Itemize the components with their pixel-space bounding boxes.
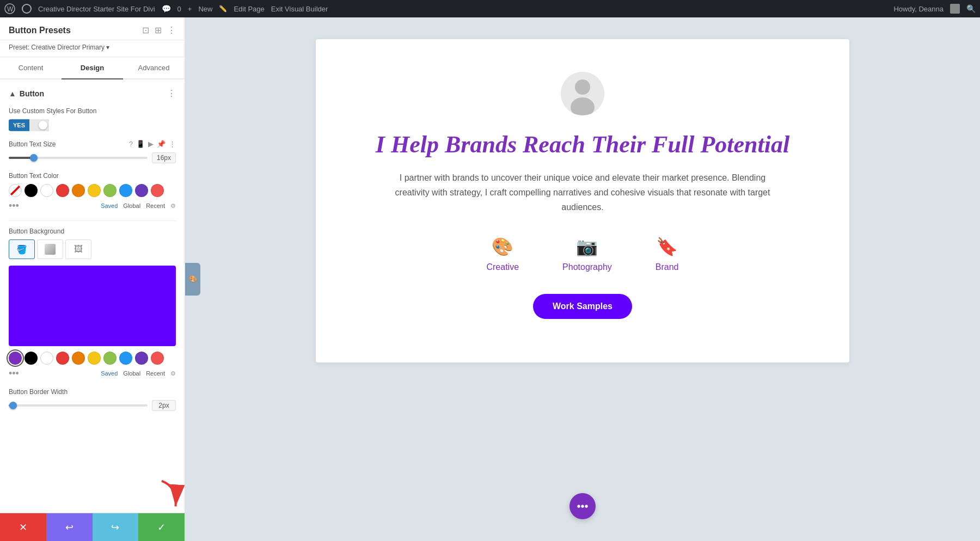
color-footer-labels: Saved Global Recent ⚙ [101, 202, 176, 210]
tab-design[interactable]: Design [62, 57, 123, 79]
bg-swatch-blue[interactable] [119, 352, 132, 365]
color-swatch-orange[interactable] [72, 184, 85, 197]
color-swatch-white[interactable] [40, 184, 53, 197]
canvas-content: I Help Brands Reach Their Full Potential… [185, 17, 980, 541]
border-slider-track [9, 404, 148, 407]
cursor-icon[interactable]: ▶ [148, 140, 154, 148]
custom-styles-field: Use Custom Styles For Button YES [9, 107, 176, 131]
text-size-value[interactable]: 16px [152, 152, 176, 163]
cancel-button[interactable]: ✕ [0, 513, 46, 541]
bg-swatch-white[interactable] [40, 352, 53, 365]
button-text-color-field: Button Text Color ••• Saved [9, 172, 176, 212]
border-width-value[interactable]: 2px [152, 400, 176, 411]
toggle-slider[interactable] [29, 119, 49, 131]
bottom-action-bar: ✕ ↩ ↪ ✓ [0, 513, 185, 541]
comment-icon: 💬 [162, 4, 171, 13]
border-width-field: Button Border Width 2px [9, 388, 176, 411]
bg-more-dots[interactable]: ••• [9, 368, 19, 379]
svg-point-4 [575, 79, 590, 95]
bg-image-option[interactable]: 🖼 [65, 239, 91, 259]
panel-columns-icon[interactable]: ⊞ [155, 25, 162, 35]
feature-photography: 📷 Photography [562, 236, 612, 272]
fab-button[interactable]: ••• [569, 493, 596, 519]
color-swatch-red[interactable] [56, 184, 69, 197]
collapse-chevron-icon[interactable]: ▲ [9, 89, 16, 98]
page-card: I Help Brands Reach Their Full Potential… [316, 39, 849, 362]
preset-label[interactable]: Preset: Creative Director Primary ▾ [0, 40, 185, 57]
tab-advanced[interactable]: Advanced [123, 57, 185, 79]
redo-button[interactable]: ↪ [93, 513, 139, 541]
photography-label: Photography [562, 262, 612, 272]
search-icon-bar[interactable]: 🔍 [966, 4, 976, 13]
color-swatch-black[interactable] [24, 184, 38, 197]
color-swatch-yellow[interactable] [88, 184, 101, 197]
bg-swatch-pink[interactable] [151, 352, 164, 365]
global-label[interactable]: Global [123, 202, 140, 210]
color-swatch-pink[interactable] [151, 184, 164, 197]
help-icon[interactable]: ? [129, 140, 133, 148]
color-swatch-transparent[interactable] [9, 184, 22, 197]
text-size-slider-thumb [30, 154, 38, 162]
divider-1 [9, 220, 176, 221]
bg-swatch-red[interactable] [56, 352, 69, 365]
left-panel: Button Presets ⊡ ⊞ ⋮ Preset: Creative Di… [0, 17, 185, 541]
color-swatch-blue[interactable] [119, 184, 132, 197]
panel-menu-icon[interactable]: ⋮ [167, 25, 176, 35]
site-name-link[interactable]: Creative Director Starter Site For Divi [38, 5, 155, 13]
creative-icon: 🎨 [492, 236, 513, 257]
border-slider-row: 2px [9, 400, 176, 411]
panel-header: Button Presets ⊡ ⊞ ⋮ [0, 17, 185, 40]
bg-color-preview[interactable] [9, 266, 176, 346]
border-slider-thumb [9, 402, 17, 409]
save-button[interactable]: ✓ [138, 513, 185, 541]
work-samples-button[interactable]: Work Samples [533, 294, 632, 319]
custom-styles-label: Use Custom Styles For Button [9, 107, 176, 115]
section-title: ▲ Button [9, 89, 44, 98]
bg-swatch-purple[interactable] [9, 352, 22, 365]
bg-swatch-orange[interactable] [72, 352, 85, 365]
panel-header-icons: ⊡ ⊞ ⋮ [142, 25, 176, 35]
bg-swatch-black[interactable] [24, 352, 38, 365]
more-colors-dots[interactable]: ••• [9, 200, 19, 212]
canvas-area: 🎨 I Help Brands Reach Their Full Pote [185, 17, 980, 541]
bg-swatch-green[interactable] [103, 352, 117, 365]
button-background-field: Button Background 🪣 🖼 [9, 228, 176, 379]
bg-swatch-yellow[interactable] [88, 352, 101, 365]
custom-styles-toggle[interactable]: YES [9, 119, 49, 131]
feature-brand: 🔖 Brand [656, 236, 679, 272]
howdy-label: Howdy, Deanna [893, 5, 944, 13]
section-menu-icon[interactable]: ⋮ [167, 88, 176, 99]
panel-fullscreen-icon[interactable]: ⊡ [142, 25, 149, 35]
bg-color-option[interactable]: 🪣 [9, 239, 35, 259]
bg-color-palette [9, 352, 176, 365]
color-settings-icon[interactable]: ⚙ [170, 202, 176, 210]
brand-icon: 🔖 [656, 236, 678, 257]
canvas-handle[interactable]: 🎨 [185, 263, 200, 296]
pin-icon[interactable]: 📌 [157, 140, 166, 148]
text-color-palette [9, 184, 176, 197]
bg-swatch-purple2[interactable] [135, 352, 148, 365]
saved-label[interactable]: Saved [101, 202, 118, 210]
new-item-plus: + [188, 5, 192, 13]
new-link[interactable]: New [198, 5, 212, 13]
bg-gradient-option[interactable] [37, 239, 63, 259]
bg-recent-label[interactable]: Recent [146, 370, 165, 377]
bg-saved-label[interactable]: Saved [101, 370, 118, 377]
recent-label[interactable]: Recent [146, 202, 165, 210]
section-title-text: Button [20, 89, 44, 98]
edit-page-link[interactable]: Edit Page [234, 5, 264, 13]
tab-content[interactable]: Content [0, 57, 62, 79]
undo-button[interactable]: ↩ [46, 513, 93, 541]
bg-settings-icon[interactable]: ⚙ [170, 370, 176, 377]
bg-global-label[interactable]: Global [123, 370, 140, 377]
color-swatch-purple[interactable] [135, 184, 148, 197]
fab-dots-icon: ••• [577, 500, 588, 513]
button-text-size-field: Button Text Size ? 📱 ▶ 📌 ⋮ 16px [9, 140, 176, 163]
mobile-icon[interactable]: 📱 [136, 140, 145, 148]
bg-type-options: 🪣 🖼 [9, 239, 176, 259]
exit-builder-link[interactable]: Exit Visual Builder [271, 5, 328, 13]
more-icon[interactable]: ⋮ [169, 140, 176, 148]
color-swatch-green[interactable] [103, 184, 117, 197]
tabs-container: Content Design Advanced [0, 57, 185, 79]
button-section-header: ▲ Button ⋮ [9, 88, 176, 99]
